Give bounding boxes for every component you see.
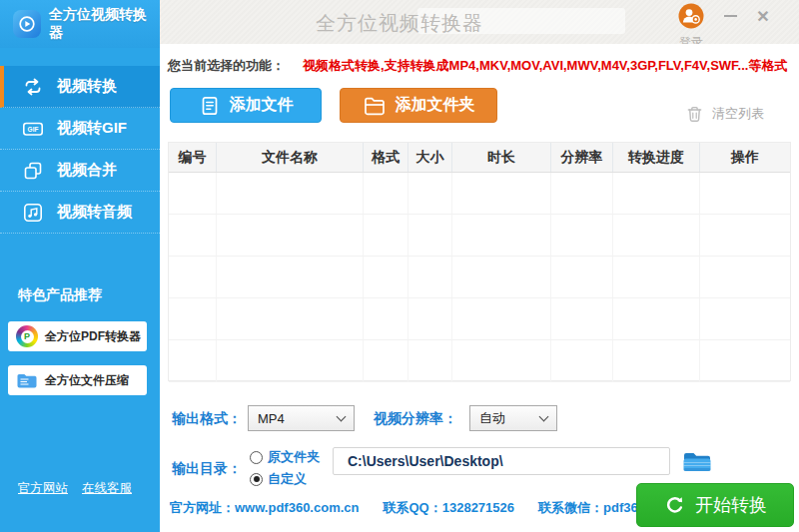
pdf-converter-icon: P <box>16 325 38 347</box>
radio-custom-folder[interactable]: 自定义 <box>250 470 307 488</box>
radio-original-folder[interactable]: 原文件夹 <box>250 448 320 466</box>
sidebar-item-label: 视频转音频 <box>57 203 132 222</box>
col-action: 操作 <box>700 143 790 172</box>
gif-icon: GIF <box>22 118 44 140</box>
chevron-down-icon <box>337 411 347 421</box>
promo-label: 全方位PDF转换器 <box>45 328 141 345</box>
file-table: 编号 文件名称 格式 大小 时长 分辨率 转换进度 操作 <box>168 142 791 381</box>
table-row <box>169 257 790 298</box>
table-row <box>169 215 790 257</box>
file-compress-icon <box>16 372 38 389</box>
output-path-input[interactable] <box>333 447 670 475</box>
footer-contact-bar: 官方网址：www.pdf360.com.cn 联系QQ：1328271526 联… <box>170 499 645 517</box>
notice-bar: 您当前选择的功能： 视频格式转换,支持转换成MP4,MKV,MOV,AVI,MW… <box>168 57 787 75</box>
merge-icon <box>22 160 44 182</box>
output-format-value: MP4 <box>258 411 285 426</box>
promo-pdf-converter[interactable]: P 全方位PDF转换器 <box>8 321 147 351</box>
music-note-icon <box>22 202 44 224</box>
browse-folder-button[interactable] <box>680 445 714 475</box>
clear-list-label: 清空列表 <box>712 105 764 123</box>
sidebar-item-label: 视频转GIF <box>57 119 127 138</box>
table-row <box>169 340 790 382</box>
sidebar-item-label: 视频转换 <box>57 77 117 96</box>
sidebar: 全方位视频转换器 视频转换 GIF 视频转GIF <box>0 0 160 532</box>
radio-original-label: 原文件夹 <box>268 448 320 466</box>
table-row <box>169 173 790 215</box>
close-icon: ✕ <box>756 7 769 26</box>
refresh-icon <box>663 494 685 516</box>
col-progress: 转换进度 <box>613 143 700 172</box>
footer-qq: 联系QQ：1328271526 <box>384 499 515 517</box>
output-dir-label: 输出目录： <box>172 455 242 481</box>
minimize-icon <box>724 15 737 17</box>
footer-website: 官方网址：www.pdf360.com.cn <box>170 499 360 517</box>
resolution-label: 视频分辨率： <box>374 405 457 431</box>
start-convert-button[interactable]: 开始转换 <box>636 483 794 527</box>
brand-title: 全方位视频转换器 <box>49 6 160 42</box>
notice-text: 视频格式转换,支持转换成MP4,MKV,MOV,AVI,MWV,M4V,3GP,… <box>303 57 787 75</box>
sidebar-item-video-convert[interactable]: 视频转换 <box>0 66 160 108</box>
main-content: 您当前选择的功能： 视频格式转换,支持转换成MP4,MKV,MOV,AVI,MW… <box>160 44 799 532</box>
col-resolution: 分辨率 <box>551 143 613 172</box>
resolution-value: 自动 <box>479 409 505 427</box>
radio-icon <box>250 451 263 464</box>
online-support-link[interactable]: 在线客服 <box>82 480 132 497</box>
add-folder-label: 添加文件夹 <box>396 95 475 116</box>
convert-loop-icon <box>22 76 44 98</box>
minimize-button[interactable] <box>719 6 741 26</box>
sidebar-item-video-to-gif[interactable]: GIF 视频转GIF <box>0 108 160 150</box>
user-icon <box>678 3 704 29</box>
table-header: 编号 文件名称 格式 大小 时长 分辨率 转换进度 操作 <box>169 143 790 173</box>
sidebar-item-video-merge[interactable]: 视频合并 <box>0 150 160 192</box>
promo-heading: 特色产品推荐 <box>18 286 102 304</box>
col-duration: 时长 <box>452 143 551 172</box>
folder-browse-icon <box>681 447 713 474</box>
add-file-button[interactable]: 添加文件 <box>170 88 322 123</box>
output-format-select[interactable]: MP4 <box>248 405 355 431</box>
sidebar-item-video-to-audio[interactable]: 视频转音频 <box>0 192 160 234</box>
document-icon <box>199 95 221 117</box>
col-size: 大小 <box>408 143 452 172</box>
notice-label: 您当前选择的功能： <box>168 57 285 75</box>
resolution-select[interactable]: 自动 <box>469 405 557 431</box>
official-site-link[interactable]: 官方网站 <box>18 480 68 497</box>
sidebar-item-label: 视频合并 <box>57 161 117 180</box>
add-folder-button[interactable]: 添加文件夹 <box>340 88 497 123</box>
col-number: 编号 <box>169 143 217 172</box>
start-convert-label: 开始转换 <box>695 493 767 517</box>
table-row <box>169 298 790 340</box>
sidebar-header: 全方位视频转换器 <box>0 0 160 48</box>
col-format: 格式 <box>364 143 408 172</box>
output-format-label: 输出格式： <box>172 405 242 431</box>
radio-checked-icon <box>250 473 263 486</box>
add-file-label: 添加文件 <box>230 95 294 116</box>
play-icon <box>18 15 36 33</box>
radio-custom-label: 自定义 <box>268 470 307 488</box>
trash-icon <box>685 104 704 124</box>
clear-list-button[interactable]: 清空列表 <box>685 104 764 124</box>
sidebar-menu: 视频转换 GIF 视频转GIF 视频合并 <box>0 66 160 234</box>
col-filename: 文件名称 <box>217 143 364 172</box>
promo-file-compress[interactable]: 全方位文件压缩 <box>8 365 147 395</box>
svg-text:GIF: GIF <box>28 126 39 133</box>
footer-wechat: 联系微信：pdf360 <box>538 499 645 517</box>
folder-icon <box>363 94 387 118</box>
chevron-down-icon <box>539 411 549 421</box>
promo-label: 全方位文件压缩 <box>45 372 129 389</box>
app-logo <box>13 10 41 38</box>
app-window: 全方位视频转换器 登录 ✕ 全方位 <box>0 0 799 532</box>
close-button[interactable]: ✕ <box>752 6 774 26</box>
